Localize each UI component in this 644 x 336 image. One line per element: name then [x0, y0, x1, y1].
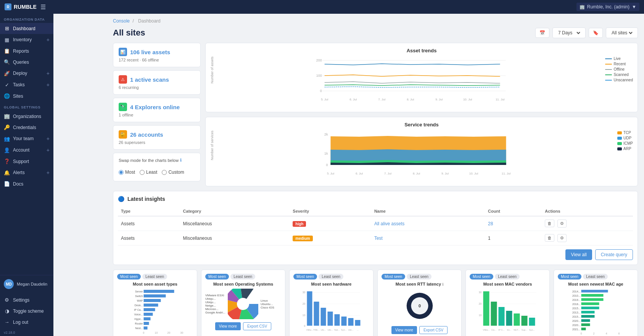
svg-rect-44	[144, 326, 148, 330]
view-all-button[interactable]: View all	[565, 249, 592, 260]
mode-custom[interactable]: Custom	[162, 170, 184, 175]
svg-text:2k: 2k	[324, 132, 328, 136]
mode-selector: Most Least Custom	[119, 170, 195, 175]
rtt-least-tab[interactable]: Least seen	[407, 274, 431, 279]
bottom-chart-mac-vendors: Most seen Least seen Most seen MAC vendo…	[465, 270, 550, 336]
row1-name-link[interactable]: All alive assets	[374, 221, 404, 226]
mac-vendors-most-tab[interactable]: Most seen	[470, 274, 493, 279]
sidebar-item-organizations[interactable]: 🏢 Organizations	[0, 111, 53, 122]
svg-rect-111	[581, 307, 599, 309]
os-most-tab[interactable]: Most seen	[205, 274, 229, 279]
mac-vendors-least-tab[interactable]: Least seen	[495, 274, 520, 279]
sidebar-item-dashboard[interactable]: ⊞ Dashboard	[0, 23, 53, 34]
yourteam-plus-icon[interactable]: +	[47, 136, 50, 142]
asset-types-most-tab[interactable]: Most seen	[117, 274, 141, 279]
mode-least[interactable]: Least	[140, 170, 157, 175]
row1-type: Assets	[118, 216, 180, 231]
breadcrumb-console[interactable]: Console	[113, 18, 130, 24]
sidebar-item-logout[interactable]: → Log out	[0, 317, 53, 328]
sidebar-item-tasks[interactable]: ✓ Tasks +	[0, 79, 53, 90]
breadcrumb-current: Dashboard	[138, 18, 161, 24]
org-name: Rumble, Inc. (admin)	[587, 4, 630, 10]
sidebar-item-settings[interactable]: ⚙ Settings	[0, 294, 53, 305]
account-plus-icon[interactable]: +	[47, 147, 50, 153]
mode-most-radio[interactable]	[119, 170, 124, 175]
os-tabs: Most seen Least seen	[205, 274, 281, 279]
mac-age-svg: 2014... 2010... 2019... 2018... 2015... …	[558, 289, 634, 334]
sites-selector[interactable]: All sites	[606, 27, 638, 38]
row2-name-link[interactable]: Test	[374, 236, 383, 241]
svg-text:6. Jul: 6. Jul	[349, 98, 357, 101]
sidebar-label-reports: Reports	[13, 48, 29, 54]
rtt-info-icon[interactable]: ℹ	[442, 283, 443, 286]
summary-card-main-scans: ⚠ 1 active scans	[119, 75, 195, 84]
mode-most[interactable]: Most	[119, 170, 135, 175]
os-labels-right: Linux Ubuntu... Cisco IOS	[261, 299, 274, 309]
sidebar-item-queries[interactable]: 🔍 Queries	[0, 57, 53, 68]
timerange-selector[interactable]: 7 Days 30 Days 90 Days	[552, 27, 586, 38]
sidebar-item-credentials[interactable]: 🔑 Credentials	[0, 122, 53, 133]
explorers-count[interactable]: 4 Explorers online	[130, 104, 180, 110]
breadcrumb: Console / Dashboard	[113, 18, 638, 24]
assets-count[interactable]: 106 live assets	[130, 49, 170, 55]
bookmark-button[interactable]: 🔖	[589, 28, 603, 38]
sidebar-item-alerts[interactable]: 🔔 Alerts +	[0, 167, 53, 178]
sidebar-item-deploy[interactable]: 🚀 Deploy +	[0, 68, 53, 79]
os-least-tab[interactable]: Least seen	[230, 274, 255, 279]
mode-info-icon[interactable]: ℹ	[180, 158, 182, 163]
svg-rect-69	[348, 318, 354, 326]
sidebar-user[interactable]: MD Megan Daudelin	[0, 275, 53, 293]
os-footer: View more Export CSV	[205, 322, 281, 330]
sidebar-item-inventory[interactable]: ▦ Inventory +	[0, 34, 53, 45]
row1-count-link[interactable]: 28	[488, 221, 493, 226]
sidebar-item-account[interactable]: 👤 Account +	[0, 144, 53, 156]
sidebar-item-toggle-scheme[interactable]: ◑ Toggle scheme	[0, 305, 53, 317]
svg-text:Cis...: Cis...	[491, 329, 497, 331]
rtt-most-tab[interactable]: Most seen	[382, 274, 405, 279]
inventory-plus-icon[interactable]: +	[47, 37, 50, 43]
asset-types-tabs: Most seen Least seen	[117, 274, 193, 279]
row2-settings-btn[interactable]: ⚙	[557, 234, 567, 242]
create-query-button[interactable]: Create query	[595, 249, 633, 260]
rtt-export-csv[interactable]: Export CSV	[419, 326, 448, 334]
mode-least-radio[interactable]	[140, 170, 145, 175]
row1-delete-btn[interactable]: 🗑	[545, 220, 554, 227]
os-view-more[interactable]: View more	[215, 322, 241, 330]
mac-age-most-tab[interactable]: Most seen	[558, 274, 581, 279]
row1-settings-btn[interactable]: ⚙	[557, 220, 567, 228]
summary-card-main-assets: 📊 106 live assets	[119, 48, 195, 56]
svg-text:2020...: 2020...	[572, 320, 580, 322]
sidebar-item-reports[interactable]: 📋 Reports	[0, 45, 53, 57]
tasks-plus-icon[interactable]: +	[47, 82, 50, 88]
hardware-most-tab[interactable]: Most seen	[293, 274, 317, 279]
user-name: Megan Daudelin	[17, 282, 47, 286]
sidebar-item-docs[interactable]: 📄 Docs	[0, 178, 53, 189]
calendar-button[interactable]: 📅	[535, 28, 549, 38]
os-export-csv[interactable]: Export CSV	[243, 322, 271, 330]
rtt-view-more[interactable]: View more	[391, 326, 417, 334]
svg-rect-34	[144, 304, 158, 307]
scans-count[interactable]: 1 active scans	[130, 76, 169, 83]
sidebar-item-support[interactable]: ❓ Support	[0, 156, 53, 167]
svg-text:20: 20	[479, 302, 482, 305]
mac-age-least-tab[interactable]: Least seen	[583, 274, 608, 279]
accounts-count[interactable]: 26 accounts	[130, 131, 163, 138]
legend-live: Live	[605, 57, 633, 61]
service-trends-card: Service trends Number of services 2k 1k …	[205, 117, 638, 186]
mode-custom-radio[interactable]	[162, 170, 167, 175]
legend-icmp: ICMP	[617, 141, 633, 145]
summary-card-scans: ⚠ 1 active scans 6 recurring	[113, 70, 201, 95]
hardware-least-tab[interactable]: Least seen	[319, 274, 343, 279]
org-selector[interactable]: 🏢 Rumble, Inc. (admin) ▼	[576, 3, 639, 11]
hamburger-icon[interactable]: ☰	[40, 3, 46, 11]
sites-select[interactable]: All sites	[610, 30, 634, 36]
alerts-plus-icon[interactable]: +	[47, 170, 50, 176]
timerange-select[interactable]: 7 Days 30 Days 90 Days	[557, 30, 581, 36]
deploy-plus-icon[interactable]: +	[47, 70, 50, 76]
os-chart-container: VMware ESXi Ubiqu... Ubiqu... Netge... M…	[205, 289, 281, 319]
asset-types-least-tab[interactable]: Least seen	[142, 274, 167, 279]
sidebar-item-yourteam[interactable]: 👥 Your team +	[0, 133, 53, 144]
row2-delete-btn[interactable]: 🗑	[545, 234, 554, 242]
sidebar-item-sites[interactable]: 🌐 Sites	[0, 90, 53, 102]
svg-text:Hype...: Hype...	[134, 318, 143, 321]
